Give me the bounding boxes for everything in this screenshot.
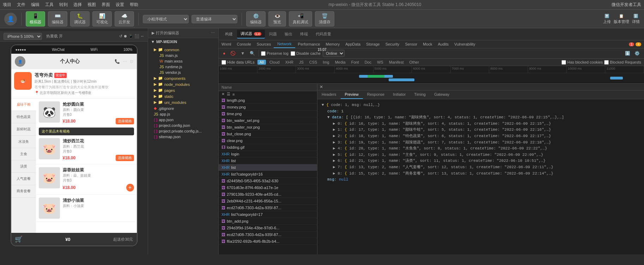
tab-debugger[interactable]: 调试器 1.4 xyxy=(237,30,265,39)
net-row-length[interactable]: 🖼 length.png xyxy=(219,97,317,104)
visualize-button[interactable]: 📊 可视化 xyxy=(92,11,112,26)
file-gitignore[interactable]: ◆ .gitignore xyxy=(148,105,218,111)
net-row-login[interactable]: XHR login xyxy=(219,151,317,158)
more-icon[interactable]: ⋯ xyxy=(211,31,215,35)
headers-tab[interactable]: Headers xyxy=(317,90,341,99)
more2-icon[interactable]: ⊙ xyxy=(130,59,133,64)
response-tab[interactable]: Response xyxy=(363,90,389,99)
collapse-1[interactable]: ▶ xyxy=(333,128,335,132)
net-row-clear[interactable]: 🖼 clear.png xyxy=(219,137,317,144)
tab-output[interactable]: 输出 xyxy=(281,30,296,38)
clear-network-button[interactable]: 🚫 xyxy=(229,50,237,57)
filter-js[interactable]: JS xyxy=(297,60,306,65)
wxml-tab[interactable]: Wxml xyxy=(219,41,234,48)
menu-file[interactable]: 文件 xyxy=(17,2,25,8)
net-row-btn-add[interactable]: 🖼 btn_add.png xyxy=(219,218,317,225)
sidebar-item-4[interactable]: 主食 xyxy=(11,148,36,160)
net-row-img2[interactable]: 🖼 6701d63e-87f4-46b0-a17e-1e xyxy=(219,184,317,191)
network-tab[interactable]: Network xyxy=(274,40,295,48)
tab-terminal[interactable]: 终端 xyxy=(297,30,311,38)
folder-components[interactable]: ▶ 📁 components xyxy=(148,75,218,81)
filter-doc[interactable]: Doc xyxy=(363,60,374,65)
menu-settings[interactable]: 设置 xyxy=(116,2,124,8)
menu-goto[interactable]: 转到 xyxy=(59,2,68,8)
collapse-2[interactable]: ▶ xyxy=(333,134,335,138)
net-row-btn-nor[interactable]: 🖼 btn_waiter_nor.png xyxy=(219,124,317,131)
filter-other[interactable]: Other xyxy=(407,60,421,65)
file-main-js[interactable]: JS main.js xyxy=(148,53,218,58)
menu-view[interactable]: 视图 xyxy=(87,2,96,8)
compile-button[interactable]: ⚙️ 编辑器 xyxy=(246,11,266,26)
collapse-8[interactable]: ▶ xyxy=(333,171,335,176)
file-app-js[interactable]: JS app.js xyxy=(148,111,218,117)
timing-tab[interactable]: Timing xyxy=(410,90,430,99)
collapse-data[interactable]: ▼ xyxy=(327,115,330,119)
debugger-button[interactable]: 🐛 调试器 xyxy=(70,11,90,26)
collapse-7[interactable]: ▶ xyxy=(333,165,335,169)
blocked-requests-checkbox[interactable] xyxy=(604,60,609,65)
preview-tab[interactable]: Preview xyxy=(341,90,363,99)
folder-uni-modules[interactable]: ▶ 📁 uni_modules xyxy=(148,99,218,105)
search-network-button[interactable]: 🔍 xyxy=(248,50,256,57)
filter-cloud[interactable]: Cloud xyxy=(267,60,282,65)
sidebar-item-0[interactable]: 扁味干粮 xyxy=(11,99,36,111)
cloud-button[interactable]: ☁️ 云开发 xyxy=(115,11,134,26)
download-icon[interactable]: ⬇️ xyxy=(624,50,632,57)
record-button[interactable]: ● xyxy=(221,50,227,57)
folder-node-modules[interactable]: ▶ 📁 node_modules xyxy=(148,81,218,87)
file-project-private[interactable]: { } project.private.config.js... xyxy=(148,128,218,134)
net-row-lodding[interactable]: 🎞 lodding.gif xyxy=(219,144,317,151)
compile-select[interactable]: 普通编译 xyxy=(192,15,237,23)
menu-help[interactable]: 帮助 xyxy=(130,2,138,8)
sidebar-item-6[interactable]: 人气套餐 xyxy=(11,173,36,185)
filter-xhr[interactable]: XHR xyxy=(283,60,296,65)
close-icon[interactable]: ✕ xyxy=(221,92,225,96)
filter-manifest[interactable]: Manifest xyxy=(387,60,406,65)
menu-project[interactable]: 项目 xyxy=(3,2,11,8)
preserve-log-checkbox[interactable] xyxy=(261,51,266,56)
security-tab[interactable]: Security xyxy=(383,41,402,48)
filter-font[interactable]: Font xyxy=(349,60,361,65)
folder-static[interactable]: ▶ 📁 static xyxy=(148,93,218,99)
file-project-config[interactable]: { } project.config.json xyxy=(148,123,218,128)
menu-select[interactable]: 选择 xyxy=(73,2,82,8)
performance-tab[interactable]: Performance xyxy=(295,41,323,48)
menu-interface[interactable]: 界面 xyxy=(102,2,110,8)
simulator-button[interactable]: 📱 模拟器 xyxy=(26,11,45,26)
menu-weixin[interactable]: 微信开发者工具 xyxy=(612,2,641,8)
net-row-list-cat17[interactable]: XHR list?categoryId=17 xyxy=(219,211,317,218)
net-row-money[interactable]: 🖼 money.png xyxy=(219,104,317,111)
net-row-img3[interactable]: 🖼 2790138b-9233-40fe-a435-cd... xyxy=(219,191,317,198)
folder-common[interactable]: ▶ 📁 common xyxy=(148,47,218,53)
menu-tools[interactable]: 工具 xyxy=(45,2,54,8)
device-select[interactable]: iPhone 5 100% xyxy=(4,33,42,40)
folder-pages[interactable]: ▶ 📁 pages xyxy=(148,87,218,93)
filter-media[interactable]: Media xyxy=(333,60,348,65)
sensor-tab[interactable]: Sensor xyxy=(402,41,420,48)
file-sitemap[interactable]: { } sitemap.json xyxy=(148,134,218,140)
disable-cache-checkbox[interactable] xyxy=(291,51,295,56)
collapse-0[interactable]: ▶ xyxy=(333,122,335,126)
sources-tab[interactable]: Sources xyxy=(254,41,274,48)
gateway-tab[interactable]: Gateway xyxy=(430,90,454,99)
tab-build[interactable]: 构建 xyxy=(221,30,236,38)
net-row-img7[interactable]: 🖼 ecd27d08-7303-4d2a-935f-87... xyxy=(219,231,317,238)
collapse-root[interactable]: ▼ xyxy=(322,103,324,107)
tab-codequality[interactable]: 代码质量 xyxy=(312,30,335,38)
net-row-time[interactable]: 🖼 time.png xyxy=(219,111,317,117)
net-row-close[interactable]: 🖼 but_close.png xyxy=(219,131,317,137)
collapse-5[interactable]: ▶ xyxy=(333,153,335,157)
collapse-4[interactable]: ▶ xyxy=(333,146,335,151)
file-app-json[interactable]: { } app.json xyxy=(148,117,218,123)
net-row-img1[interactable]: 🖼 d2445fb0-5f53-4f05-93a2-630 xyxy=(219,178,317,184)
net-row-img4[interactable]: 🖼 2eb0f44d-c231-4496-856a-15... xyxy=(219,198,317,205)
sidebar-item-7[interactable]: 商务套餐 xyxy=(11,185,36,198)
filter-toggle-button[interactable]: ▼ xyxy=(239,50,246,57)
upload-button[interactable]: ⬆️ 上传 xyxy=(603,14,611,24)
sidebar-item-2[interactable]: 新鲜时蔬 xyxy=(11,123,36,136)
filter-img[interactable]: Img xyxy=(321,60,331,65)
settings-icon[interactable]: ⚙️ xyxy=(633,50,641,57)
more-icon[interactable]: ⋯ xyxy=(123,59,127,64)
vulnerability-tab[interactable]: Vulnerability xyxy=(451,41,478,48)
file-vendor-js[interactable]: JS vendor.js xyxy=(148,70,218,75)
